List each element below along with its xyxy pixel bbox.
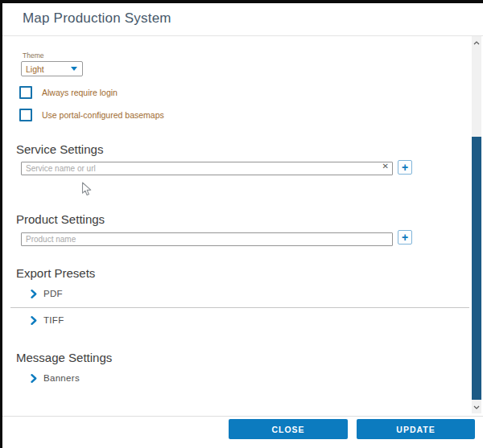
service-input-wrap: ✕ bbox=[21, 160, 393, 174]
always-require-login-label: Always require login bbox=[42, 88, 118, 97]
message-banners[interactable]: Banners bbox=[31, 373, 80, 383]
window-frame-top bbox=[0, 0, 483, 3]
plus-icon: + bbox=[402, 232, 408, 243]
export-preset-pdf[interactable]: PDF bbox=[31, 289, 63, 298]
close-button[interactable]: CLOSE bbox=[229, 419, 348, 439]
mouse-cursor bbox=[81, 182, 93, 200]
portal-basemaps-checkbox[interactable] bbox=[19, 109, 32, 121]
theme-dropdown[interactable]: Light bbox=[21, 61, 83, 76]
clear-icon[interactable]: ✕ bbox=[382, 162, 389, 171]
service-name-input[interactable] bbox=[21, 162, 393, 175]
chevron-right-icon bbox=[31, 290, 37, 298]
always-require-login-row: Always require login bbox=[19, 86, 118, 99]
vertical-scrollbar[interactable] bbox=[472, 36, 481, 413]
theme-selected-value: Light bbox=[26, 64, 44, 74]
product-name-input[interactable] bbox=[21, 232, 393, 246]
title-divider bbox=[2, 35, 483, 36]
plus-icon: + bbox=[402, 162, 408, 173]
preset-divider bbox=[10, 307, 469, 308]
export-preset-tiff-label: TIFF bbox=[43, 315, 64, 325]
always-require-login-checkbox[interactable] bbox=[19, 86, 32, 99]
service-settings-heading: Service Settings bbox=[16, 142, 103, 156]
product-settings-heading: Product Settings bbox=[16, 212, 105, 226]
portal-basemaps-label: Use portal-configured basemaps bbox=[42, 110, 164, 120]
theme-label: Theme bbox=[23, 51, 43, 60]
chevron-right-icon bbox=[31, 374, 37, 383]
chevron-right-icon bbox=[31, 316, 37, 325]
export-preset-pdf-label: PDF bbox=[43, 289, 63, 298]
scroll-down-icon[interactable] bbox=[472, 402, 481, 412]
chevron-down-icon bbox=[71, 67, 77, 71]
message-settings-heading: Message Settings bbox=[16, 351, 112, 364]
map-production-dialog: Map Production System Theme Light Always… bbox=[0, 0, 483, 448]
dialog-title: Map Production System bbox=[23, 10, 171, 27]
update-button[interactable]: UPDATE bbox=[357, 419, 475, 439]
portal-basemaps-row: Use portal-configured basemaps bbox=[19, 109, 164, 121]
footer-divider bbox=[2, 416, 483, 417]
scroll-up-icon[interactable] bbox=[472, 38, 481, 47]
add-service-button[interactable]: + bbox=[398, 160, 412, 175]
export-presets-heading: Export Presets bbox=[16, 266, 95, 280]
scrollbar-thumb[interactable] bbox=[472, 137, 481, 400]
window-frame-left bbox=[0, 0, 2, 448]
message-banners-label: Banners bbox=[43, 373, 80, 383]
export-preset-tiff[interactable]: TIFF bbox=[31, 315, 64, 325]
product-input-wrap bbox=[21, 231, 393, 245]
add-product-button[interactable]: + bbox=[398, 230, 412, 245]
